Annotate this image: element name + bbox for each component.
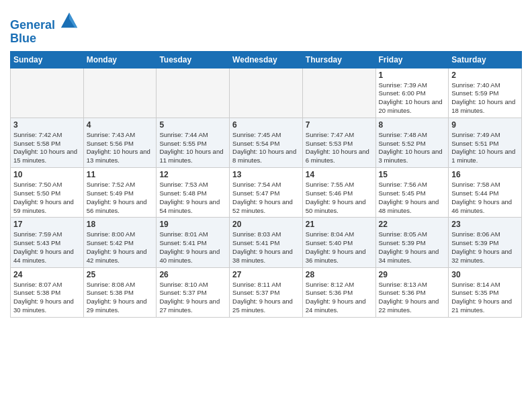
weekday-header-monday: Monday — [83, 51, 157, 68]
day-number: 7 — [306, 120, 373, 130]
day-number: 14 — [306, 170, 373, 179]
calendar-cell: 1Sunrise: 7:39 AM Sunset: 6:00 PM Daylig… — [375, 68, 449, 118]
day-number: 8 — [379, 120, 446, 130]
calendar-cell: 17Sunrise: 7:59 AM Sunset: 5:43 PM Dayli… — [11, 218, 84, 267]
calendar-cell: 18Sunrise: 8:00 AM Sunset: 5:42 PM Dayli… — [83, 218, 157, 267]
day-info: Sunrise: 8:08 AM Sunset: 5:38 PM Dayligh… — [87, 281, 154, 315]
calendar-cell: 14Sunrise: 7:55 AM Sunset: 5:46 PM Dayli… — [302, 168, 375, 218]
day-number: 5 — [159, 120, 226, 130]
day-number: 16 — [451, 170, 519, 179]
day-info: Sunrise: 7:58 AM Sunset: 5:44 PM Dayligh… — [451, 181, 519, 215]
page: General Blue SundayMondayTuesdayWednesda… — [0, 0, 532, 328]
day-number: 26 — [159, 270, 226, 279]
day-info: Sunrise: 7:49 AM Sunset: 5:51 PM Dayligh… — [451, 131, 519, 165]
calendar-cell: 9Sunrise: 7:49 AM Sunset: 5:51 PM Daylig… — [449, 118, 522, 167]
calendar-cell: 19Sunrise: 8:01 AM Sunset: 5:41 PM Dayli… — [157, 218, 230, 267]
day-number: 17 — [13, 220, 81, 229]
calendar-cell: 26Sunrise: 8:10 AM Sunset: 5:37 PM Dayli… — [157, 267, 230, 317]
day-number: 11 — [87, 170, 154, 179]
calendar-cell: 2Sunrise: 7:40 AM Sunset: 5:59 PM Daylig… — [449, 68, 522, 118]
day-info: Sunrise: 8:00 AM Sunset: 5:42 PM Dayligh… — [87, 230, 154, 265]
calendar-cell: 12Sunrise: 7:53 AM Sunset: 5:48 PM Dayli… — [157, 168, 230, 218]
day-info: Sunrise: 7:45 AM Sunset: 5:54 PM Dayligh… — [232, 131, 300, 165]
calendar-cell: 3Sunrise: 7:42 AM Sunset: 5:58 PM Daylig… — [11, 118, 84, 167]
day-number: 4 — [87, 120, 154, 130]
calendar-cell: 30Sunrise: 8:14 AM Sunset: 5:35 PM Dayli… — [449, 267, 522, 317]
weekday-header-friday: Friday — [375, 51, 449, 68]
week-row-2: 3Sunrise: 7:42 AM Sunset: 5:58 PM Daylig… — [11, 118, 522, 167]
calendar-cell: 23Sunrise: 8:06 AM Sunset: 5:39 PM Dayli… — [449, 218, 522, 267]
day-info: Sunrise: 7:50 AM Sunset: 5:50 PM Dayligh… — [13, 181, 81, 215]
calendar-cell: 28Sunrise: 8:12 AM Sunset: 5:36 PM Dayli… — [302, 267, 375, 317]
calendar: SundayMondayTuesdayWednesdayThursdayFrid… — [10, 51, 522, 318]
calendar-cell: 10Sunrise: 7:50 AM Sunset: 5:50 PM Dayli… — [11, 168, 84, 218]
day-number: 21 — [306, 220, 373, 229]
weekday-header-tuesday: Tuesday — [157, 51, 230, 68]
day-info: Sunrise: 8:01 AM Sunset: 5:41 PM Dayligh… — [159, 230, 226, 265]
day-info: Sunrise: 7:55 AM Sunset: 5:46 PM Dayligh… — [306, 181, 373, 215]
weekday-header-saturday: Saturday — [449, 51, 522, 68]
week-row-1: 1Sunrise: 7:39 AM Sunset: 6:00 PM Daylig… — [11, 68, 522, 118]
day-info: Sunrise: 8:10 AM Sunset: 5:37 PM Dayligh… — [159, 281, 226, 315]
day-info: Sunrise: 7:53 AM Sunset: 5:48 PM Dayligh… — [159, 181, 226, 215]
calendar-cell: 15Sunrise: 7:56 AM Sunset: 5:45 PM Dayli… — [375, 168, 449, 218]
day-number: 3 — [13, 120, 81, 130]
calendar-cell: 20Sunrise: 8:03 AM Sunset: 5:41 PM Dayli… — [230, 218, 303, 267]
day-number: 9 — [451, 120, 519, 130]
day-info: Sunrise: 8:05 AM Sunset: 5:39 PM Dayligh… — [379, 230, 446, 265]
day-number: 24 — [13, 270, 81, 279]
day-number: 15 — [379, 170, 446, 179]
calendar-cell: 27Sunrise: 8:11 AM Sunset: 5:37 PM Dayli… — [230, 267, 303, 317]
day-number: 12 — [159, 170, 226, 179]
day-number: 25 — [87, 270, 154, 279]
day-info: Sunrise: 7:39 AM Sunset: 6:00 PM Dayligh… — [379, 81, 446, 116]
calendar-cell: 11Sunrise: 7:52 AM Sunset: 5:49 PM Dayli… — [83, 168, 157, 218]
weekday-header-wednesday: Wednesday — [230, 51, 303, 68]
weekday-header-row: SundayMondayTuesdayWednesdayThursdayFrid… — [11, 51, 522, 68]
day-info: Sunrise: 7:59 AM Sunset: 5:43 PM Dayligh… — [13, 230, 81, 265]
calendar-cell — [11, 68, 84, 118]
calendar-cell — [302, 68, 375, 118]
day-number: 23 — [451, 220, 519, 229]
day-number: 19 — [159, 220, 226, 229]
logo-icon — [60, 10, 79, 29]
day-number: 18 — [87, 220, 154, 229]
day-info: Sunrise: 7:54 AM Sunset: 5:47 PM Dayligh… — [232, 181, 300, 215]
day-number: 1 — [379, 71, 446, 80]
calendar-cell: 22Sunrise: 8:05 AM Sunset: 5:39 PM Dayli… — [375, 218, 449, 267]
day-number: 30 — [451, 270, 519, 279]
day-info: Sunrise: 7:40 AM Sunset: 5:59 PM Dayligh… — [451, 81, 519, 116]
day-number: 27 — [232, 270, 300, 279]
calendar-cell: 13Sunrise: 7:54 AM Sunset: 5:47 PM Dayli… — [230, 168, 303, 218]
header: General Blue — [10, 7, 522, 46]
calendar-cell — [83, 68, 157, 118]
weekday-header-thursday: Thursday — [302, 51, 375, 68]
calendar-cell: 8Sunrise: 7:48 AM Sunset: 5:52 PM Daylig… — [375, 118, 449, 167]
day-info: Sunrise: 8:07 AM Sunset: 5:38 PM Dayligh… — [13, 281, 81, 315]
day-number: 20 — [232, 220, 300, 229]
logo: General Blue — [10, 10, 79, 46]
weekday-header-sunday: Sunday — [11, 51, 84, 68]
calendar-cell: 7Sunrise: 7:47 AM Sunset: 5:53 PM Daylig… — [302, 118, 375, 167]
calendar-cell: 6Sunrise: 7:45 AM Sunset: 5:54 PM Daylig… — [230, 118, 303, 167]
logo-general: General — [10, 18, 55, 32]
week-row-3: 10Sunrise: 7:50 AM Sunset: 5:50 PM Dayli… — [11, 168, 522, 218]
day-info: Sunrise: 7:56 AM Sunset: 5:45 PM Dayligh… — [379, 181, 446, 215]
day-number: 22 — [379, 220, 446, 229]
day-number: 29 — [379, 270, 446, 279]
day-info: Sunrise: 8:13 AM Sunset: 5:36 PM Dayligh… — [379, 281, 446, 315]
calendar-cell: 24Sunrise: 8:07 AM Sunset: 5:38 PM Dayli… — [11, 267, 84, 317]
day-info: Sunrise: 8:12 AM Sunset: 5:36 PM Dayligh… — [306, 281, 373, 315]
day-info: Sunrise: 8:14 AM Sunset: 5:35 PM Dayligh… — [451, 281, 519, 315]
logo-blue: Blue — [10, 32, 79, 46]
day-info: Sunrise: 7:44 AM Sunset: 5:55 PM Dayligh… — [159, 131, 226, 165]
calendar-cell: 29Sunrise: 8:13 AM Sunset: 5:36 PM Dayli… — [375, 267, 449, 317]
day-info: Sunrise: 8:11 AM Sunset: 5:37 PM Dayligh… — [232, 281, 300, 315]
calendar-cell — [230, 68, 303, 118]
day-number: 28 — [306, 270, 373, 279]
week-row-5: 24Sunrise: 8:07 AM Sunset: 5:38 PM Dayli… — [11, 267, 522, 317]
calendar-cell: 5Sunrise: 7:44 AM Sunset: 5:55 PM Daylig… — [157, 118, 230, 167]
week-row-4: 17Sunrise: 7:59 AM Sunset: 5:43 PM Dayli… — [11, 218, 522, 267]
day-number: 2 — [451, 71, 519, 80]
calendar-cell: 25Sunrise: 8:08 AM Sunset: 5:38 PM Dayli… — [83, 267, 157, 317]
